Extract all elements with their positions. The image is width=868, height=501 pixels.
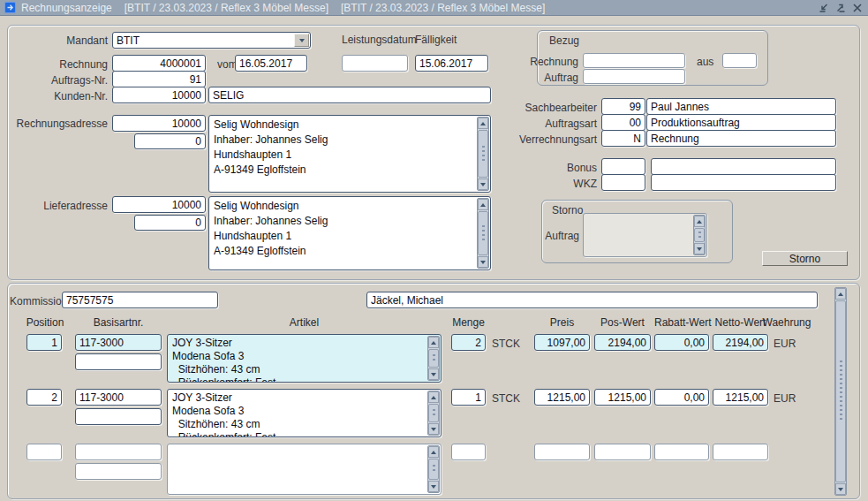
scroll-up-button[interactable] [478,199,488,210]
dropdown-arrow-icon[interactable] [294,34,309,47]
auftragsart-name-field[interactable]: Produktionsauftrag [646,114,836,131]
scroll-up-button[interactable] [428,446,439,458]
scroll-down-button[interactable] [428,368,439,380]
storno-button[interactable]: Storno [762,251,848,266]
bezug-rechnung-field[interactable] [583,53,685,68]
storno-scrollbar[interactable] [693,215,706,255]
scroll-up-button[interactable] [835,288,846,300]
scroll-track[interactable] [428,348,439,368]
wkz-code-field[interactable] [601,174,645,191]
kunden-name-field[interactable]: SELIG [208,87,491,103]
row3-basisartnr-field[interactable] [75,444,162,460]
positions-scrollbar[interactable] [834,287,847,496]
row3-netto-wert-field[interactable] [713,444,768,460]
scroll-thumb[interactable] [428,349,439,368]
rechnungsadresse-zusatz-field[interactable]: 0 [134,133,206,149]
row1-rabatt-wert-field[interactable]: 0,00 [654,334,709,351]
scroll-track[interactable] [835,300,846,483]
scroll-track[interactable] [694,227,705,243]
row3-basisartnr2-field[interactable] [75,463,162,480]
row1-preis-field[interactable]: 1097,00 [534,334,590,351]
scroll-down-button[interactable] [428,481,439,492]
faelligkeit-field[interactable]: 15.06.2017 [415,55,488,72]
storno-auftrag-text [588,216,691,256]
row2-pos-wert-field[interactable]: 1215,00 [594,389,651,406]
rechnungsadresse-textarea[interactable]: Selig Wohndesign Inhaber: Johannes Selig… [208,115,491,193]
verrechnungsart-code-field[interactable]: N [601,130,645,147]
scroll-thumb[interactable] [428,459,439,480]
row2-rabatt-wert-field[interactable]: 0,00 [654,389,709,406]
scroll-track[interactable] [428,403,439,423]
header-pos-wert: Pos-Wert [594,316,651,329]
row1-artikel-textarea[interactable]: JOY 3-Sitzer Modena Sofa 3 Sitzhöhen: 43… [167,334,442,383]
row2-basisartnr2-field[interactable] [75,408,162,425]
bezug-aus-field[interactable] [722,53,757,68]
scroll-down-button[interactable] [428,423,439,435]
scroll-thumb[interactable] [694,228,705,242]
lieferadresse-zusatz-field[interactable]: 0 [134,215,206,231]
auftragsnr-field[interactable]: 91 [112,71,206,87]
row1-artikel-text: JOY 3-Sitzer Modena Sofa 3 Sitzhöhen: 43… [172,337,425,382]
scroll-down-button[interactable] [835,483,846,495]
window-titlebar[interactable]: Rechnungsanzeige [BTIT / 23.03.2023 / Re… [0,0,868,16]
row2-menge-field[interactable]: 1 [451,389,486,406]
mandant-select[interactable]: BTIT [112,32,311,49]
scroll-down-button[interactable] [694,243,705,254]
row3-preis-field[interactable] [534,444,590,460]
storno-auftrag-textarea[interactable] [583,213,707,257]
lieferadresse-scrollbar[interactable] [477,198,489,269]
auftragsart-code-field[interactable]: 00 [601,114,645,131]
row2-basisartnr-field[interactable]: 117-3000 [75,389,162,406]
row1-basisartnr2-field[interactable] [75,353,162,370]
bonus-code-field[interactable] [601,158,645,175]
bonus-name-field[interactable] [651,158,836,175]
scroll-up-button[interactable] [428,337,439,348]
bezug-aus-label: aus [697,56,713,68]
row1-position-field[interactable]: 1 [26,334,62,351]
lieferadresse-text: Selig Wohndesign Inhaber: Johannes Selig… [214,199,474,269]
kommission-nummer-field[interactable]: 75757575 [62,292,218,308]
restore-down-icon[interactable] [818,2,830,13]
row2-position-field[interactable]: 2 [26,389,62,406]
wkz-label: WKZ [481,178,597,190]
close-icon[interactable] [851,2,864,13]
vom-date-field[interactable]: 16.05.2017 [235,55,307,72]
row1-pos-wert-field[interactable]: 2194,00 [594,334,651,351]
row1-netto-wert-field[interactable]: 2194,00 [713,334,768,351]
row3-artikel-scrollbar[interactable] [427,445,440,493]
lieferadresse-textarea[interactable]: Selig Wohndesign Inhaber: Johannes Selig… [208,196,491,270]
scroll-down-button[interactable] [478,256,488,268]
maximize-icon[interactable] [834,2,847,13]
kommission-name-field[interactable]: Jäckel, Michael [366,292,818,308]
bezug-auftrag-field[interactable] [583,69,685,84]
row3-position-field[interactable] [26,444,62,460]
scroll-thumb[interactable] [835,300,846,482]
row3-pos-wert-field[interactable] [594,444,651,460]
row1-basisartnr-field[interactable]: 117-3000 [75,334,162,351]
scroll-thumb[interactable] [478,211,488,255]
scroll-track[interactable] [478,210,488,256]
verrechnungsart-name-field[interactable]: Rechnung [646,130,836,147]
rechnungsadresse-nr-field[interactable]: 10000 [112,115,206,132]
scroll-track[interactable] [428,458,439,481]
row3-rabatt-wert-field[interactable] [654,444,709,460]
row2-preis-field[interactable]: 1215,00 [534,389,590,406]
row2-artikel-textarea[interactable]: JOY 3-Sitzer Modena Sofa 3 Sitzhöhen: 43… [167,389,442,437]
sachbearbeiter-name-field[interactable]: Paul Jannes [646,98,836,115]
leistungsdatum-field[interactable] [342,55,408,72]
rechnung-field[interactable]: 4000001 [112,55,206,72]
sachbearbeiter-code-field[interactable]: 99 [601,98,645,115]
kundennr-field[interactable]: 10000 [112,87,206,103]
row3-artikel-textarea[interactable] [167,444,442,495]
row1-menge-field[interactable]: 2 [451,334,486,351]
wkz-name-field[interactable] [651,174,836,191]
lieferadresse-nr-field[interactable]: 10000 [112,196,206,213]
scroll-up-button[interactable] [428,391,439,403]
scroll-thumb[interactable] [428,404,439,422]
row3-menge-field[interactable] [451,444,486,460]
auftragsnr-label: Auftrags-Nr. [9,74,108,87]
scroll-up-button[interactable] [694,216,705,227]
row2-netto-wert-field[interactable]: 1215,00 [713,389,768,406]
row2-artikel-scrollbar[interactable] [427,391,440,436]
row1-artikel-scrollbar[interactable] [427,336,440,381]
